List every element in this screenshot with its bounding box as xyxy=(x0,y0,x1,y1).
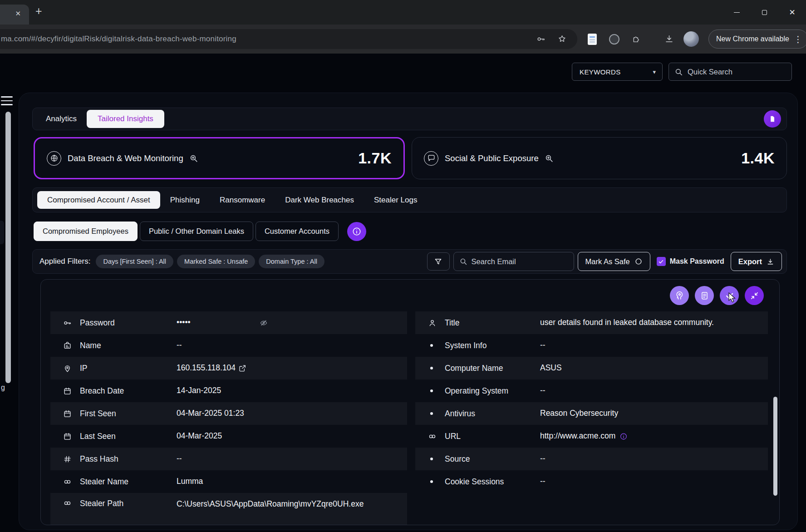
row-label: Title xyxy=(445,318,459,328)
tab-tailored-insights[interactable]: Tailored Insights xyxy=(87,110,164,128)
filter-chip[interactable]: Domain Type : All xyxy=(259,255,324,268)
row-value: ••••• xyxy=(177,316,191,329)
mark-as-safe-label: Mark As Safe xyxy=(585,257,630,266)
category-tab[interactable]: Dark Web Breaches xyxy=(275,191,364,209)
download-icon xyxy=(767,258,774,266)
sidebar-hamburger-icon[interactable] xyxy=(1,96,13,105)
search-email-input[interactable] xyxy=(472,257,568,266)
row-value: -- xyxy=(177,339,182,351)
detail-row: Password ••••• xyxy=(50,311,407,334)
detail-row: Last Seen 04-Mar-2025 xyxy=(50,425,407,448)
compress-arrows-icon xyxy=(750,291,759,300)
funnel-icon xyxy=(434,257,442,266)
category-tab[interactable]: Ransomware xyxy=(210,191,275,209)
window-minimize-button[interactable] xyxy=(723,0,751,25)
address-url[interactable]: ma.com/#/decyfir/digitalRisk/digitalrisk… xyxy=(1,34,236,44)
row-label: Operating System xyxy=(445,386,508,396)
sub-tab-label: Public / Other Domain Leaks xyxy=(149,227,244,236)
row-icon xyxy=(428,478,438,485)
row-icon xyxy=(428,410,438,417)
filter-chip[interactable]: Marked Safe : Unsafe xyxy=(177,255,255,268)
filter-chip[interactable]: Days [First Seen] : All xyxy=(96,255,173,268)
mask-password-checkbox[interactable] xyxy=(657,257,666,266)
row-label: Pass Hash xyxy=(80,454,118,464)
search-icon xyxy=(674,68,683,76)
row-icon xyxy=(428,365,438,372)
investigate-icon[interactable] xyxy=(544,153,554,163)
extensions-puzzle-icon[interactable] xyxy=(632,34,641,44)
row-extra-icon[interactable] xyxy=(260,319,268,327)
metric-card-data-breach[interactable]: Data Breach & Web Monitoring 1.7K xyxy=(34,137,405,179)
panel-scrollbar[interactable] xyxy=(773,397,777,496)
downloads-icon[interactable] xyxy=(664,34,674,44)
tab-analytics[interactable]: Analytics xyxy=(46,114,77,123)
adblock-extension-icon[interactable] xyxy=(609,34,619,44)
mark-as-safe-button[interactable]: Mark As Safe xyxy=(578,252,650,271)
profile-avatar[interactable] xyxy=(683,31,699,47)
detail-left-column: Password ••••• Name xyxy=(50,311,407,525)
row-icon xyxy=(63,455,73,463)
detail-row: Breach Date 14-Jan-2025 xyxy=(50,379,407,402)
window-controls: ✕ xyxy=(723,0,806,25)
sub-tab[interactable]: Public / Other Domain Leaks xyxy=(140,222,253,241)
row-label: Stealer Name xyxy=(80,477,128,487)
category-tab-label: Compromised Account / Asset xyxy=(47,196,150,205)
row-extra-icon[interactable] xyxy=(619,432,628,440)
tab-close-icon[interactable]: ✕ xyxy=(15,10,21,18)
screen: ✕ + ✕ ma.com/#/decyfir/digitalRisk/digit… xyxy=(0,0,806,532)
row-extra-icon[interactable] xyxy=(238,364,246,372)
clipped-sidebar-text: g xyxy=(1,384,5,392)
globe-icon xyxy=(47,151,61,166)
detail-row: System Info -- xyxy=(415,334,768,357)
keywords-dropdown[interactable]: KEYWORDS ▾ xyxy=(572,63,663,81)
detail-row: Antivirus Reason Cybersecurity xyxy=(415,402,768,425)
search-email-box[interactable] xyxy=(453,252,574,271)
metric-card-social-exposure[interactable]: Social & Public Exposure 1.4K xyxy=(412,137,787,179)
export-pdf-button[interactable] xyxy=(764,110,781,128)
info-icon[interactable] xyxy=(347,222,366,241)
window-close-button[interactable]: ✕ xyxy=(778,0,806,25)
row-icon xyxy=(63,499,73,507)
app-page: g KEYWORDS ▾ Analytics Tailored Insights… xyxy=(0,54,806,532)
category-tab[interactable]: Phishing xyxy=(160,191,210,209)
category-tab[interactable]: Compromised Account / Asset xyxy=(37,191,160,209)
quick-search-box[interactable] xyxy=(668,63,792,81)
row-value: -- xyxy=(540,475,546,488)
row-icon xyxy=(63,387,73,395)
detail-row: Pass Hash -- xyxy=(50,448,407,470)
password-key-icon[interactable] xyxy=(536,34,546,44)
browser-menu-kebab-icon[interactable]: ⋮ xyxy=(794,35,802,44)
row-icon xyxy=(63,432,73,441)
bookmark-star-icon[interactable] xyxy=(557,34,567,44)
new-tab-button[interactable]: + xyxy=(35,5,42,18)
sub-tab[interactable]: Customer Accounts xyxy=(256,222,339,241)
reading-list-icon[interactable] xyxy=(588,34,597,45)
row-value: -- xyxy=(540,453,546,465)
browser-tab[interactable]: ✕ xyxy=(0,5,29,25)
row-value: Reason Cybersecurity xyxy=(540,407,618,419)
filter-funnel-button[interactable] xyxy=(427,252,450,271)
left-scrollbar[interactable] xyxy=(5,112,11,383)
row-label: Breach Date xyxy=(80,386,124,396)
chrome-update-label: New Chrome available xyxy=(716,35,789,43)
investigate-icon[interactable] xyxy=(189,153,198,163)
window-restore-button[interactable] xyxy=(751,0,778,25)
radio-circle-icon xyxy=(634,257,643,266)
row-icon xyxy=(428,319,438,327)
collapse-button[interactable] xyxy=(745,286,764,305)
row-icon xyxy=(63,409,73,418)
category-tab[interactable]: Stealer Logs xyxy=(364,191,427,209)
chrome-update-button[interactable]: New Chrome available ⋮ xyxy=(708,30,806,49)
notes-icon xyxy=(700,291,709,300)
mouse-cursor xyxy=(728,292,738,303)
notes-button[interactable] xyxy=(695,286,714,305)
sub-tab[interactable]: Compromised Employees xyxy=(34,222,138,241)
quick-search-input[interactable] xyxy=(688,68,786,76)
ai-insight-button[interactable] xyxy=(670,286,689,305)
mask-password-control[interactable]: Mask Password xyxy=(654,257,727,266)
row-label: Last Seen xyxy=(80,432,116,441)
category-tab-label: Dark Web Breaches xyxy=(285,196,354,205)
export-button[interactable]: Export xyxy=(731,252,782,271)
sub-tabs-group: Compromised Employees Public / Other Dom… xyxy=(34,222,339,241)
ai-head-icon xyxy=(674,291,684,300)
